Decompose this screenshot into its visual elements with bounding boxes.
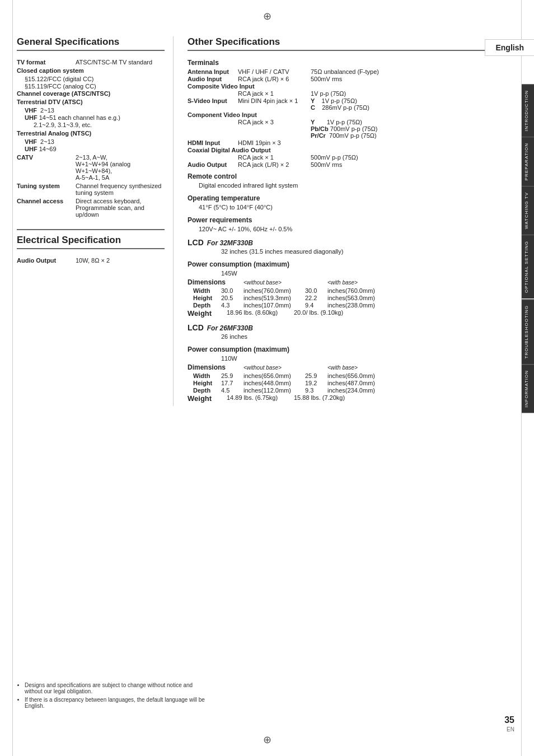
lcd-32-height-label: Height xyxy=(193,295,221,301)
coaxial-right: 500mV p-p (75Ω) xyxy=(311,154,358,161)
bottom-compass-icon: ⊕ xyxy=(263,734,271,746)
lcd-32-dim-without: <without base> xyxy=(243,279,305,286)
audio-output-value: 10W, 8Ω × 2 xyxy=(76,257,165,264)
hdmi-label: HDMI Input xyxy=(188,139,238,146)
terrestrial-analog-row: Terrestrial Analog (NTSC) xyxy=(17,130,165,137)
closed-caption-row: Closed caption system xyxy=(17,67,165,74)
lcd-26-width-label: Width xyxy=(193,372,221,379)
lcd-32-height-row: Height 20.5 inches(519.3mm) 22.2 inches(… xyxy=(188,295,503,301)
general-specs-heading: General Specifications xyxy=(17,36,165,51)
lcd-26-height-v2: 19.2 xyxy=(305,380,327,386)
footer-notes: Designs and specifications are subject t… xyxy=(17,682,207,711)
coaxial-row: Coaxial Digital Audio Output xyxy=(188,147,503,153)
audio-output-label: Audio Output xyxy=(17,257,76,264)
audio-input-row: Audio Input RCA jack (L/R) × 6 500mV rms xyxy=(188,76,503,82)
channel-access-label: Channel access xyxy=(17,198,76,204)
side-tab-optional-setting: OPTIONAL SETTING xyxy=(522,235,534,298)
lcd-26-weight-label: Weight xyxy=(188,394,221,403)
lcd-32-weight-row: Weight 18.96 lbs. (8.60kg) 20.0/ lbs. (9… xyxy=(188,309,503,318)
dtv-uhf: UHF 14~51 each channel has e.g.) xyxy=(17,114,165,121)
svideo-label: S-Video Input xyxy=(188,97,238,111)
lcd-32-power-heading: Power consumption (maximum) xyxy=(188,260,503,268)
lcd-32-width-label: Width xyxy=(193,287,221,294)
lcd-26-weight-v1: 14.89 lbs. (6.75kg) xyxy=(221,394,294,403)
antenna-mid: VHF / UHF / CATV xyxy=(238,68,311,75)
audio-output-row: Audio Output 10W, 8Ω × 2 xyxy=(17,257,165,264)
channel-access-row: Channel access Direct access keyboard, P… xyxy=(17,198,165,218)
lcd-26-section: LCD For 26MF330B 26 inches Power consump… xyxy=(188,323,503,403)
remote-control-value: Digital encoded infrared light system xyxy=(188,182,503,189)
hdmi-row: HDMI Input HDMI 19pin × 3 xyxy=(188,139,503,146)
tv-format-row: TV format ATSC/NTSC-M TV standard xyxy=(17,59,165,66)
side-tab-troubleshooting: TROUBLESHOOTING xyxy=(522,299,534,364)
composite-rca-row: RCA jack × 1 1V p-p (75Ω) xyxy=(188,90,503,97)
lcd-32-width-v2: 30.0 xyxy=(305,287,327,294)
composite-label: Composite Video Input xyxy=(188,83,255,90)
lcd-32-width-u1: inches(760.0mm) xyxy=(243,287,305,294)
lcd-26-height-u1: inches(448.0mm) xyxy=(243,380,305,386)
catv-value: 2~13, A~W, W+1~W+94 (analog W+1~W+84), A… xyxy=(76,154,165,181)
lcd-26-depth-v2: 9.3 xyxy=(305,387,327,394)
lcd-26-power-heading: Power consumption (maximum) xyxy=(188,346,503,353)
lcd-32-section: LCD For 32MF330B 32 inches (31.5 inches … xyxy=(188,238,503,318)
tuning-value: Channel frequency synthesized tuning sys… xyxy=(76,183,165,196)
audio-input-label: Audio Input xyxy=(188,76,238,82)
operating-temp-value: 41°F (5°C) to 104°F (40°C) xyxy=(188,204,503,211)
closed-caption-fcc1: §15.122/FCC (digital CC) xyxy=(17,76,165,82)
lcd-32-width-v1: 30.0 xyxy=(221,287,243,294)
svideo-mid: Mini DIN 4pin jack × 1 xyxy=(238,97,311,111)
side-tab-information: INFORMATION xyxy=(522,364,534,413)
channel-access-value: Direct access keyboard, Programmable sca… xyxy=(76,198,165,218)
lcd-32-depth-u1: inches(107.0mm) xyxy=(243,302,305,309)
lcd-26-depth-u2: inches(234.0mm) xyxy=(327,387,375,394)
audio-output-term-label: Audio Output xyxy=(188,161,238,168)
lcd-26-weight-row: Weight 14.89 lbs. (6.75kg) 15.88 lbs. (7… xyxy=(188,394,503,403)
lcd-32-desc: 32 inches (31.5 inches measured diagonal… xyxy=(188,248,503,255)
other-specs-heading: Other Specifications xyxy=(188,36,503,51)
lcd-32-depth-v1: 4.3 xyxy=(221,302,243,309)
lcd-32-depth-label: Depth xyxy=(193,302,221,309)
audio-output-term-mid: RCA jack (L/R) × 2 xyxy=(238,161,311,168)
right-column: Other Specifications Terminals Antenna I… xyxy=(185,36,517,406)
tuning-row: Tuning system Channel frequency synthesi… xyxy=(17,183,165,196)
hdmi-mid: HDMI 19pin × 3 xyxy=(238,139,311,146)
lcd-32-height-v1: 20.5 xyxy=(221,295,243,301)
lcd-32-dim-header: Dimensions <without base> <with base> xyxy=(188,278,503,286)
lcd-26-height-v1: 17.7 xyxy=(221,380,243,386)
antenna-input-row: Antenna Input VHF / UHF / CATV 75Ω unbal… xyxy=(188,68,503,75)
power-req-value: 120V~ AC +/- 10%, 60Hz +/- 0.5% xyxy=(188,226,503,232)
main-content: General Specifications TV format ATSC/NT… xyxy=(0,31,534,412)
tv-format-label: TV format xyxy=(17,59,76,66)
closed-caption-fcc2: §15.119/FCC (analog CC) xyxy=(17,83,165,90)
dtv-vhf: VHF 2~13 xyxy=(17,107,165,114)
component-mid: RCA jack × 3 xyxy=(238,119,311,139)
terrestrial-analog-label: Terrestrial Analog (NTSC) xyxy=(17,130,91,137)
coaxial-blank xyxy=(188,154,238,161)
lcd-26-width-u1: inches(656.0mm) xyxy=(243,372,305,379)
terrestrial-dtv-label: Terrestrial DTV (ATSC) xyxy=(17,99,83,105)
lcd-32-weight-v1: 18.96 lbs. (8.60kg) xyxy=(221,309,294,318)
component-video-row: Component Video Input xyxy=(188,111,503,118)
component-label: Component Video Input xyxy=(188,111,257,118)
lcd-32-depth-row: Depth 4.3 inches(107.0mm) 9.4 inches(238… xyxy=(188,302,503,309)
lcd-26-depth-label: Depth xyxy=(193,387,221,394)
lcd-26-width-u2: inches(656.0mm) xyxy=(327,372,375,379)
power-req-heading: Power requirements xyxy=(188,216,503,224)
coaxial-label: Coaxial Digital Audio Output xyxy=(188,147,271,153)
lcd-26-weight-v2: 15.88 lbs. (7.20kg) xyxy=(294,394,345,403)
lcd-32-depth-v2: 9.4 xyxy=(305,302,327,309)
lcd-32-dim-label: Dimensions xyxy=(188,278,243,286)
lcd-26-dim-header: Dimensions <without base> <with base> xyxy=(188,363,503,371)
page-number: 35 xyxy=(504,715,514,725)
lcd-32-power-value: 145W xyxy=(188,270,503,277)
english-tab: English xyxy=(485,39,534,56)
component-right: Y 1V p-p (75Ω) Pb/Cb 700mV p-p (75Ω) Pr/… xyxy=(311,119,378,139)
lcd-26-power-value: 110W xyxy=(188,355,503,362)
lcd-32-depth-u2: inches(238.0mm) xyxy=(327,302,375,309)
lcd-32-width-u2: inches(760.0mm) xyxy=(327,287,375,294)
electrical-spec-section: Electrical Specification Audio Output 10… xyxy=(17,229,165,264)
lcd-26-dim-label: Dimensions xyxy=(188,363,243,371)
audio-input-right: 500mV rms xyxy=(311,76,342,82)
lcd-32-for: For 32MF330B xyxy=(207,239,253,247)
catv-row: CATV 2~13, A~W, W+1~W+94 (analog W+1~W+8… xyxy=(17,154,165,181)
